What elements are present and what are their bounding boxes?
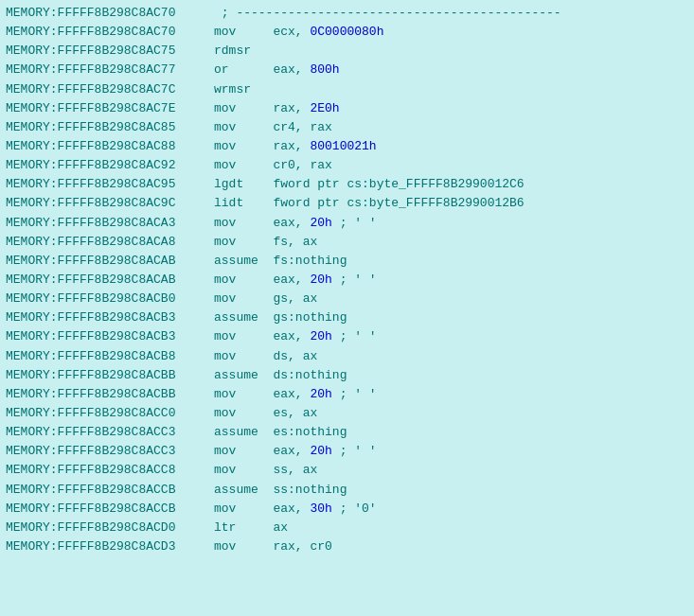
- operand-text: fs:nothing: [273, 254, 347, 268]
- address: MEMORY:FFFFF8B298C8ACA8: [6, 233, 214, 252]
- operand-text: eax,: [273, 62, 310, 77]
- operand-text: eax,: [273, 329, 310, 343]
- mnemonic: mov: [214, 233, 273, 252]
- mnemonic: mov: [214, 118, 273, 137]
- table-row: MEMORY:FFFFF8B298C8AC95 lgdt fword ptr c…: [6, 175, 688, 194]
- address: MEMORY:FFFFF8B298C8ACA3: [6, 214, 214, 233]
- mnemonic: lidt: [214, 194, 273, 213]
- table-row: MEMORY:FFFFF8B298C8AC9C lidt fword ptr c…: [6, 194, 688, 213]
- hex-value: 2E0h: [310, 101, 339, 115]
- hex-value: 800h: [310, 62, 339, 77]
- address: MEMORY:FFFFF8B298C8AC92: [6, 156, 214, 175]
- operands: es, ax: [273, 404, 317, 423]
- operands: fs, ax: [273, 233, 317, 252]
- table-row: MEMORY:FFFFF8B298C8ACB8 mov ds, ax: [6, 347, 688, 366]
- address: MEMORY:FFFFF8B298C8ACC3: [6, 442, 214, 461]
- mnemonic: assume: [214, 308, 273, 327]
- operands: eax, 20h ; ' ': [273, 385, 376, 404]
- operand-text: ds, ax: [273, 349, 317, 363]
- operands: rax, cr0: [273, 537, 331, 556]
- mnemonic: lgdt: [214, 175, 273, 194]
- mnemonic: mov: [214, 537, 273, 556]
- operand-text: rax,: [273, 101, 310, 115]
- table-row: MEMORY:FFFFF8B298C8ACB3 mov eax, 20h ; '…: [6, 327, 688, 346]
- table-row: MEMORY:FFFFF8B298C8ACBB mov eax, 20h ; '…: [6, 385, 688, 404]
- table-row: MEMORY:FFFFF8B298C8ACD3 mov rax, cr0: [6, 537, 688, 556]
- address: MEMORY:FFFFF8B298C8AC95: [6, 175, 214, 194]
- table-row: MEMORY:FFFFF8B298C8ACA3 mov eax, 20h ; '…: [6, 214, 688, 233]
- mnemonic: assume: [214, 252, 273, 271]
- operand-text: ss:nothing: [273, 483, 347, 497]
- address: MEMORY:FFFFF8B298C8ACBB: [6, 385, 214, 404]
- operands: eax, 20h ; ' ': [273, 442, 376, 461]
- address: MEMORY:FFFFF8B298C8ACC3: [6, 423, 214, 442]
- operand-text: eax,: [273, 444, 310, 458]
- mnemonic: rdmsr: [214, 42, 271, 61]
- address: MEMORY:FFFFF8B298C8ACBB: [6, 366, 214, 385]
- operands: ax: [273, 519, 288, 537]
- table-row: MEMORY:FFFFF8B298C8ACAB mov eax, 20h ; '…: [6, 271, 688, 290]
- address: MEMORY:FFFFF8B298C8ACB8: [6, 347, 214, 366]
- table-row: MEMORY:FFFFF8B298C8AC85 mov cr4, rax: [6, 118, 688, 137]
- mnemonic: mov: [214, 327, 273, 346]
- operand-text: ; ' ': [332, 444, 377, 458]
- disassembly-view: MEMORY:FFFFF8B298C8AC70 ; --------------…: [0, 0, 694, 616]
- operand-text: es, ax: [273, 406, 317, 420]
- operands: eax, 20h ; ' ': [273, 327, 376, 346]
- operand-text: eax,: [273, 502, 310, 516]
- address: MEMORY:FFFFF8B298C8ACC0: [6, 404, 214, 423]
- operands: eax, 20h ; ' ': [273, 214, 376, 233]
- hex-value: 20h: [310, 387, 331, 401]
- operands: gs:nothing: [273, 308, 347, 327]
- operands: cr4, rax: [273, 118, 331, 137]
- mnemonic: or: [214, 61, 273, 79]
- address: MEMORY:FFFFF8B298C8ACB3: [6, 308, 214, 327]
- operand-text: eax,: [273, 273, 310, 287]
- table-row: MEMORY:FFFFF8B298C8AC88 mov rax, 8001002…: [6, 137, 688, 156]
- table-row: MEMORY:FFFFF8B298C8ACCB assume ss:nothin…: [6, 481, 688, 500]
- hex-value: 80010021h: [310, 139, 376, 153]
- operand-text: ; ' ': [332, 329, 377, 343]
- table-row: MEMORY:FFFFF8B298C8AC92 mov cr0, rax: [6, 156, 688, 175]
- table-row: MEMORY:FFFFF8B298C8ACAB assume fs:nothin…: [6, 252, 688, 271]
- table-row: MEMORY:FFFFF8B298C8ACBB assume ds:nothin…: [6, 366, 688, 385]
- operand-text: eax,: [273, 216, 310, 230]
- address: MEMORY:FFFFF8B298C8ACCB: [6, 500, 214, 519]
- mnemonic: mov: [214, 290, 273, 308]
- operand-text: ds:nothing: [273, 368, 347, 382]
- mnemonic: mov: [214, 23, 273, 42]
- address: MEMORY:FFFFF8B298C8ACB0: [6, 290, 214, 308]
- operands: fword ptr cs:byte_FFFFF8B2990012B6: [273, 194, 524, 213]
- address: MEMORY:FFFFF8B298C8ACCB: [6, 481, 214, 500]
- mnemonic: mov: [214, 500, 273, 519]
- operand-text: fs, ax: [273, 235, 317, 249]
- hex-value: 0C0000080h: [310, 25, 383, 39]
- operands: gs, ax: [273, 290, 317, 308]
- address: MEMORY:FFFFF8B298C8ACC8: [6, 461, 214, 480]
- mnemonic: assume: [214, 423, 273, 442]
- mnemonic: mov: [214, 404, 273, 423]
- table-row: MEMORY:FFFFF8B298C8ACC3 mov eax, 20h ; '…: [6, 442, 688, 461]
- operands: ecx, 0C0000080h: [273, 23, 383, 42]
- hex-value: 20h: [310, 329, 331, 343]
- operands: ds, ax: [273, 347, 317, 366]
- address: MEMORY:FFFFF8B298C8AC88: [6, 137, 214, 156]
- operand-text: ; '0': [332, 502, 377, 516]
- operand-text: cr0, rax: [273, 158, 331, 172]
- operands: rax, 2E0h: [273, 99, 339, 118]
- mnemonic: mov: [214, 156, 273, 175]
- table-row: MEMORY:FFFFF8B298C8AC77 or eax, 800h: [6, 61, 688, 79]
- operands: rax, 80010021h: [273, 137, 376, 156]
- mnemonic: mov: [214, 385, 273, 404]
- address: MEMORY:FFFFF8B298C8ACAB: [6, 252, 214, 271]
- hex-value: 20h: [310, 216, 331, 230]
- mnemonic: assume: [214, 366, 273, 385]
- address: MEMORY:FFFFF8B298C8AC7E: [6, 99, 214, 118]
- table-row: MEMORY:FFFFF8B298C8ACC8 mov ss, ax: [6, 461, 688, 480]
- table-row: MEMORY:FFFFF8B298C8ACA8 mov fs, ax: [6, 233, 688, 252]
- operands: fword ptr cs:byte_FFFFF8B2990012C6: [273, 175, 524, 194]
- mnemonic: mov: [214, 271, 273, 290]
- table-row: MEMORY:FFFFF8B298C8AC70 ; --------------…: [6, 4, 688, 23]
- operand-text: rax,: [273, 139, 310, 153]
- address: MEMORY:FFFFF8B298C8AC70: [6, 4, 214, 23]
